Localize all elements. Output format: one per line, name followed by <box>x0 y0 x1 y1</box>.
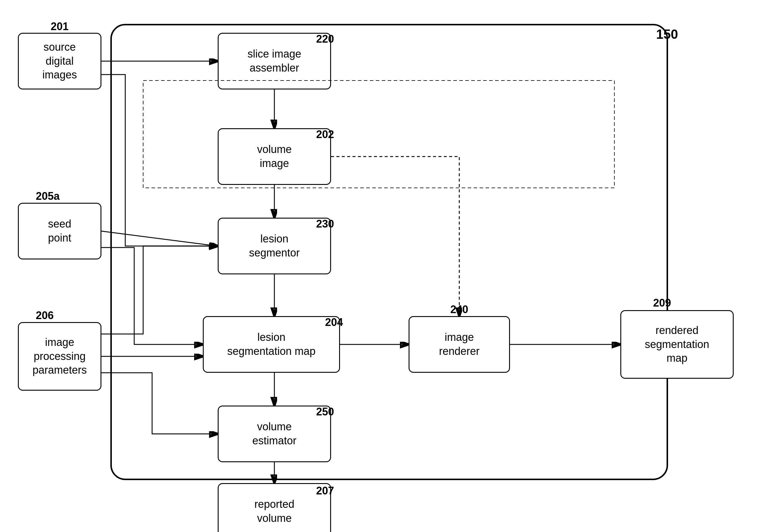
arrows-svg <box>0 0 762 532</box>
diagram: 150 source digital images 201 seed point… <box>0 0 762 532</box>
svg-rect-10 <box>143 81 614 188</box>
svg-line-8 <box>102 231 217 246</box>
